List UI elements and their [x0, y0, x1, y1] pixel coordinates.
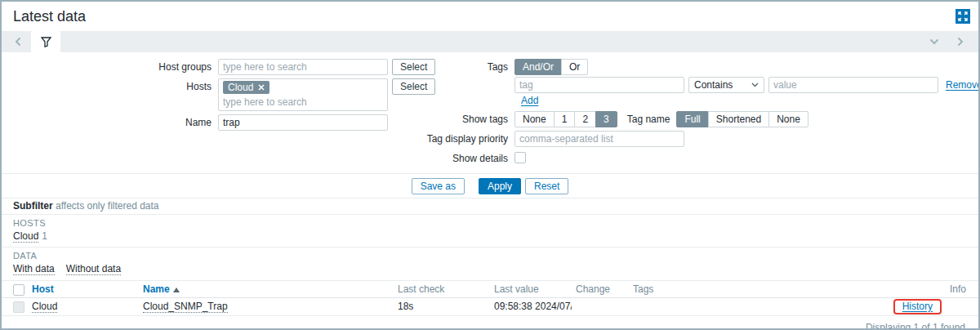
- subfilter-host-count: 1: [42, 230, 47, 242]
- filter-strip-controls: [928, 33, 969, 50]
- tabs-scroll-right-button[interactable]: [954, 33, 967, 50]
- chevron-left-icon: [15, 37, 21, 47]
- show-tags-2[interactable]: 2: [574, 111, 596, 127]
- hosts-search-placeholder[interactable]: type here to search: [223, 96, 383, 108]
- info-column-header: Info: [946, 281, 978, 297]
- change-column-header: Change: [572, 281, 629, 297]
- subfilter-header: Subfilter affects only filtered data: [2, 198, 978, 215]
- tabs-scroll-left-button[interactable]: [11, 33, 24, 50]
- show-tags-3[interactable]: 3: [595, 111, 617, 127]
- show-details-label: Show details: [426, 150, 514, 164]
- tags-column-header: Tags: [629, 281, 782, 297]
- host-chip-label: Cloud: [228, 82, 253, 93]
- name-column-header[interactable]: Name: [143, 283, 170, 295]
- actions-column-header: [782, 281, 946, 297]
- fullscreen-arrows-icon: [958, 11, 968, 21]
- sort-asc-icon: [173, 283, 180, 295]
- name-input[interactable]: [218, 114, 388, 131]
- tags-operator-or[interactable]: Or: [561, 59, 588, 75]
- page-title: Latest data: [13, 8, 86, 25]
- subfilter-with-data-link[interactable]: With data: [13, 263, 55, 275]
- reset-button[interactable]: Reset: [525, 178, 568, 194]
- tags-label: Tags: [426, 59, 514, 73]
- subfilter-data-header: DATA: [13, 251, 967, 261]
- show-tags-label: Show tags: [426, 111, 514, 125]
- tag-name-none[interactable]: None: [768, 111, 808, 127]
- host-column-header[interactable]: Host: [32, 283, 54, 295]
- latest-data-page: Latest data: [0, 0, 980, 330]
- show-tags-none[interactable]: None: [514, 111, 555, 127]
- table-header-row: Host Name Last check Last value Change T…: [2, 281, 978, 297]
- filter-tab-strip: [2, 31, 978, 52]
- row-host-link[interactable]: Cloud: [32, 301, 57, 313]
- add-tag-link[interactable]: Add: [521, 95, 538, 106]
- row-item-name-link[interactable]: Cloud_SNMP_Trap: [143, 301, 228, 313]
- latest-data-table: Host Name Last check Last value Change T…: [2, 281, 978, 316]
- row-tags: [629, 297, 782, 315]
- host-chip: Cloud: [223, 81, 270, 94]
- subfilter-hosts-block: HOSTS Cloud1: [2, 215, 978, 247]
- tag-display-priority-input[interactable]: [514, 131, 684, 147]
- last-check-column-header: Last check: [394, 281, 490, 297]
- row-checkbox[interactable]: [13, 301, 24, 313]
- history-link[interactable]: History: [902, 301, 933, 312]
- row-info: [946, 297, 978, 315]
- chevron-right-icon: [957, 37, 964, 47]
- filter-form: Host groups Select Hosts Cloud type here…: [2, 52, 978, 198]
- filter-buttons-bar: Save as Apply Reset: [2, 173, 978, 198]
- subfilter-without-data-link[interactable]: Without data: [66, 263, 121, 275]
- tags-operator-segmented: And/Or Or: [514, 59, 588, 75]
- tag-name-segmented: Full Shortened None: [676, 111, 808, 127]
- save-as-button[interactable]: Save as: [412, 178, 465, 194]
- tag-name-full[interactable]: Full: [676, 111, 708, 127]
- add-tag-row: Add: [521, 95, 980, 106]
- table-row: Cloud Cloud_SNMP_Trap 18s 09:58:38 2024/…: [2, 297, 978, 315]
- subfilter-hosts-header: HOSTS: [13, 218, 967, 228]
- filter-funnel-icon: [41, 37, 51, 47]
- tag-name-label: Tag name: [617, 111, 677, 125]
- last-value-column-header: Last value: [490, 281, 572, 297]
- subfilter-title: Subfilter: [13, 200, 53, 212]
- history-annotation-box: History: [893, 299, 942, 314]
- title-bar: Latest data: [2, 2, 978, 31]
- tag-name-shortened[interactable]: Shortened: [708, 111, 769, 127]
- kiosk-mode-button[interactable]: [956, 9, 970, 24]
- show-details-checkbox[interactable]: [514, 152, 526, 163]
- host-groups-label: Host groups: [2, 59, 218, 73]
- row-change: [572, 297, 629, 315]
- subfilter-subtitle: affects only filtered data: [56, 200, 159, 212]
- tag-display-priority-label: Tag display priority: [426, 131, 514, 145]
- tag-name-input[interactable]: [514, 77, 684, 93]
- chip-remove-icon[interactable]: [258, 84, 265, 91]
- chevron-down-icon: [929, 38, 939, 45]
- tag-operator-dropdown[interactable]: Contains: [688, 77, 764, 93]
- tags-operator-andor[interactable]: And/Or: [514, 59, 562, 75]
- hosts-label: Hosts: [2, 78, 218, 92]
- show-tags-1[interactable]: 1: [554, 111, 576, 127]
- table-footer-count: Displaying 1 of 1 found: [2, 316, 978, 330]
- show-tags-segmented: None 1 2 3: [514, 111, 617, 127]
- tag-value-input[interactable]: [768, 77, 938, 93]
- tag-operator-value: Contains: [694, 79, 733, 91]
- filter-right-column: Tags And/Or Or Contains Remove: [426, 59, 980, 167]
- apply-button[interactable]: Apply: [479, 178, 521, 194]
- remove-tag-link[interactable]: Remove: [946, 77, 980, 91]
- subfilter-data-block: DATA With data Without data: [2, 247, 978, 281]
- filter-left-column: Host groups Select Hosts Cloud type here…: [2, 59, 435, 134]
- select-all-checkbox[interactable]: [13, 284, 24, 296]
- collapse-filter-button[interactable]: [928, 33, 941, 50]
- subfilter-host-cloud-link[interactable]: Cloud: [13, 230, 38, 243]
- host-groups-input[interactable]: [218, 59, 388, 75]
- filter-tab[interactable]: [31, 31, 60, 52]
- name-label: Name: [2, 114, 218, 128]
- row-last-check: 18s: [394, 297, 490, 315]
- dropdown-chevron-icon: [751, 82, 759, 87]
- tag-row-spacer: [426, 77, 514, 79]
- row-last-value: 09:58:38 2024/07/02 PDU ...: [490, 297, 572, 315]
- hosts-multiselect[interactable]: Cloud type here to search: [218, 78, 388, 111]
